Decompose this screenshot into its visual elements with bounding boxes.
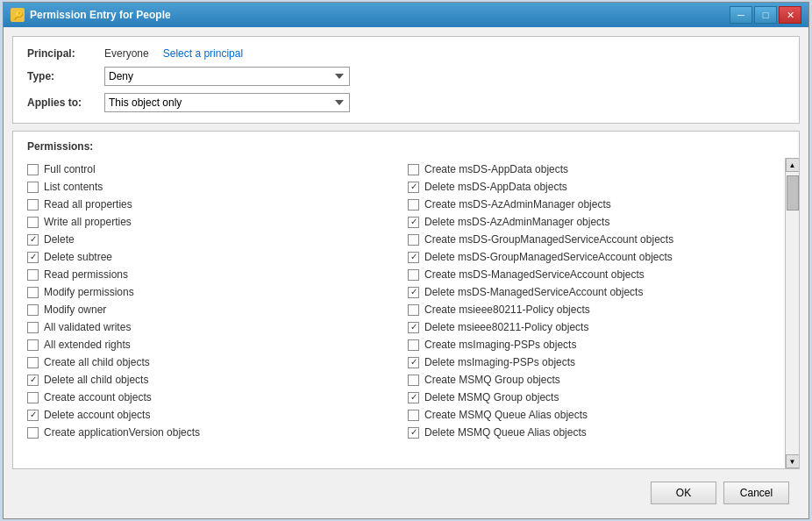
perm-row-right-5: Delete msDS-GroupManagedServiceAccount o… — [408, 249, 771, 265]
perm-text-left-7: Modify permissions — [44, 286, 134, 298]
perm-checkbox-right-3[interactable] — [408, 217, 419, 228]
window-title: Permission Entry for People — [30, 9, 171, 21]
perm-text-right-14: Create MSMQ Queue Alias objects — [424, 409, 588, 421]
maximize-button[interactable]: □ — [754, 6, 777, 24]
perm-text-left-5: Delete subtree — [44, 251, 112, 263]
perm-checkbox-left-6[interactable] — [27, 269, 39, 281]
perm-checkbox-right-8[interactable] — [408, 304, 419, 316]
perm-checkbox-left-11[interactable] — [27, 357, 39, 368]
perm-checkbox-left-8[interactable] — [27, 304, 39, 316]
perm-checkbox-right-14[interactable] — [408, 410, 419, 421]
main-window: 🔑 Permission Entry for People ─ □ ✕ Prin… — [3, 2, 809, 519]
perm-checkbox-right-7[interactable] — [408, 287, 419, 298]
scroll-down-btn[interactable]: ▼ — [786, 454, 800, 468]
perm-text-left-9: All validated writes — [44, 321, 131, 333]
perm-row-left-7: Modify permissions — [27, 284, 390, 300]
perm-text-left-1: List contents — [44, 181, 103, 193]
perm-text-left-3: Write all properties — [44, 216, 132, 228]
perm-text-left-0: Full control — [44, 163, 96, 175]
scroll-thumb[interactable] — [787, 175, 799, 211]
perm-row-left-12: Delete all child objects — [27, 372, 390, 388]
principal-row: Principal: Everyone Select a principal — [27, 47, 785, 60]
perm-checkbox-right-5[interactable] — [408, 252, 419, 263]
perm-row-right-1: Delete msDS-AppData objects — [408, 179, 771, 195]
perm-row-left-8: Modify owner — [27, 302, 390, 318]
perm-text-left-11: Create all child objects — [44, 356, 150, 368]
perm-checkbox-left-12[interactable] — [27, 375, 39, 386]
title-bar-buttons: ─ □ ✕ — [730, 6, 801, 24]
perm-checkbox-right-4[interactable] — [408, 234, 419, 246]
perm-text-left-15: Create applicationVersion objects — [44, 426, 200, 439]
perm-checkbox-left-14[interactable] — [27, 410, 39, 421]
scrollbar[interactable]: ▲ ▼ — [785, 158, 799, 468]
perm-row-right-4: Create msDS-GroupManagedServiceAccount o… — [408, 232, 771, 247]
title-bar: 🔑 Permission Entry for People ─ □ ✕ — [4, 3, 808, 27]
perm-checkbox-left-2[interactable] — [27, 199, 39, 211]
perm-checkbox-right-9[interactable] — [408, 322, 419, 333]
perm-text-left-8: Modify owner — [44, 303, 106, 316]
permissions-panel: Permissions: Full controlCreate msDS-App… — [12, 131, 800, 469]
perm-text-left-12: Delete all child objects — [44, 374, 148, 386]
perm-text-right-8: Create msieee80211-Policy objects — [424, 303, 590, 316]
perm-row-left-15: Create applicationVersion objects — [27, 425, 390, 440]
content-area: Principal: Everyone Select a principal T… — [4, 27, 808, 518]
perm-row-right-2: Create msDS-AzAdminManager objects — [408, 196, 771, 212]
perm-checkbox-left-3[interactable] — [27, 217, 39, 228]
perm-row-left-13: Create account objects — [27, 389, 390, 405]
ok-button[interactable]: OK — [651, 482, 716, 504]
perm-row-right-15: Delete MSMQ Queue Alias objects — [408, 425, 771, 440]
perm-checkbox-left-5[interactable] — [27, 252, 39, 263]
perm-checkbox-left-15[interactable] — [27, 427, 39, 439]
permissions-outer: Full controlCreate msDS-AppData objectsL… — [13, 158, 799, 468]
perm-text-left-4: Delete — [44, 233, 75, 246]
perm-row-left-0: Full control — [27, 161, 390, 177]
perm-checkbox-right-11[interactable] — [408, 357, 419, 368]
type-dropdown[interactable]: Deny Allow — [104, 67, 350, 86]
permissions-grid: Full controlCreate msDS-AppData objectsL… — [27, 161, 771, 440]
perm-checkbox-right-2[interactable] — [408, 199, 419, 211]
perm-text-right-0: Create msDS-AppData objects — [424, 163, 568, 175]
perm-text-right-15: Delete MSMQ Queue Alias objects — [424, 426, 587, 439]
close-button[interactable]: ✕ — [779, 6, 801, 24]
perm-checkbox-left-4[interactable] — [27, 234, 39, 246]
type-row: Type: Deny Allow — [27, 67, 785, 86]
scroll-up-btn[interactable]: ▲ — [786, 158, 800, 172]
perm-row-left-14: Delete account objects — [27, 407, 390, 423]
perm-row-right-13: Delete MSMQ Group objects — [408, 389, 771, 405]
principal-label: Principal: — [27, 47, 97, 60]
perm-checkbox-right-6[interactable] — [408, 269, 419, 281]
perm-checkbox-left-13[interactable] — [27, 392, 39, 403]
perm-text-right-3: Delete msDS-AzAdminManager objects — [424, 216, 609, 228]
perm-checkbox-left-7[interactable] — [27, 287, 39, 298]
perm-text-right-7: Delete msDS-ManagedServiceAccount object… — [424, 286, 643, 298]
applies-dropdown[interactable]: This object only This object and all chi… — [104, 93, 350, 112]
select-principal-link[interactable]: Select a principal — [163, 47, 243, 60]
perm-row-right-10: Create msImaging-PSPs objects — [408, 337, 771, 353]
perm-checkbox-right-0[interactable] — [408, 164, 419, 175]
cancel-button[interactable]: Cancel — [723, 482, 789, 504]
perm-text-right-9: Delete msieee80211-Policy objects — [424, 321, 588, 333]
perm-checkbox-left-9[interactable] — [27, 322, 39, 333]
perm-row-right-8: Create msieee80211-Policy objects — [408, 302, 771, 318]
perm-checkbox-right-15[interactable] — [408, 427, 419, 439]
perm-checkbox-left-10[interactable] — [27, 339, 39, 351]
perm-checkbox-right-12[interactable] — [408, 375, 419, 386]
permissions-label: Permissions: — [13, 132, 799, 158]
perm-row-right-11: Delete msImaging-PSPs objects — [408, 354, 771, 370]
perm-checkbox-left-0[interactable] — [27, 164, 39, 175]
perm-checkbox-left-1[interactable] — [27, 182, 39, 193]
minimize-button[interactable]: ─ — [730, 6, 752, 24]
perm-row-right-12: Create MSMQ Group objects — [408, 372, 771, 388]
perm-text-right-13: Delete MSMQ Group objects — [424, 391, 559, 403]
perm-row-left-10: All extended rights — [27, 337, 390, 353]
perm-text-right-2: Create msDS-AzAdminManager objects — [424, 198, 611, 211]
principal-value: Everyone — [104, 47, 149, 60]
perm-text-left-13: Create account objects — [44, 391, 152, 403]
perm-text-right-5: Delete msDS-GroupManagedServiceAccount o… — [424, 251, 673, 263]
perm-text-right-1: Delete msDS-AppData objects — [424, 181, 567, 193]
perm-checkbox-right-1[interactable] — [408, 182, 419, 193]
perm-text-right-11: Delete msImaging-PSPs objects — [424, 356, 575, 368]
perm-checkbox-right-10[interactable] — [408, 339, 419, 351]
perm-row-right-14: Create MSMQ Queue Alias objects — [408, 407, 771, 423]
perm-checkbox-right-13[interactable] — [408, 392, 419, 403]
